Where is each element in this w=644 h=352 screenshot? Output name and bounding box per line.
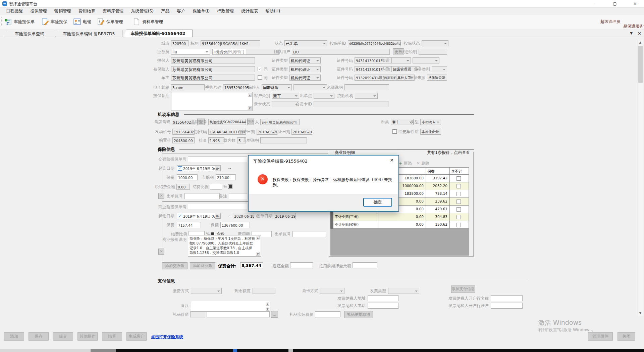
tab-policy-edit-luBB97D5[interactable]: 车险投保单编辑-鲁BB97D5 xyxy=(55,30,122,37)
add-commercial-button[interactable]: 添加商业险 xyxy=(190,262,215,269)
calendar-dropdown-icon[interactable]: ▦▾ xyxy=(215,214,220,219)
pay-method-select[interactable] xyxy=(191,288,222,294)
deductible-checkbox[interactable] xyxy=(457,207,461,212)
biz-type-select[interactable] xyxy=(432,66,447,72)
owner-same-checkbox[interactable] xyxy=(258,75,262,80)
sign-date-field[interactable]: 2019-06-19 xyxy=(274,213,296,219)
compulsory-date-picker[interactable]: 2019年 6月19日 0:00 xyxy=(177,165,221,171)
table-row[interactable]: 不计免赔(盗抢) xyxy=(333,221,378,229)
ok-button[interactable]: 确定 xyxy=(363,198,392,207)
menu-item-help[interactable]: 帮助(H) xyxy=(265,8,280,14)
deductible-checkbox[interactable] xyxy=(457,200,461,204)
commercial-date-end-field[interactable]: 2020-06-18 xyxy=(233,213,254,219)
channel-select-2[interactable] xyxy=(413,57,439,63)
calendar-dropdown-icon[interactable]: ▦▾ xyxy=(215,166,220,171)
add-row-button[interactable]: 新添 xyxy=(404,161,412,166)
scroll-up-icon[interactable]: ▲ xyxy=(266,302,269,306)
submit-button[interactable]: 提交 xyxy=(53,332,73,341)
policy-id-field[interactable]: d6236b0c97754944bcf4832be4d8afa3 xyxy=(348,40,401,46)
subject-field[interactable]: 91556402|LSGAR5AL1KH1 xyxy=(201,40,260,46)
table-row[interactable]: 不计免赔(三者) xyxy=(333,213,378,221)
toolbar-auto-insure[interactable]: 车险投保 xyxy=(41,17,67,26)
scroll-down-icon[interactable]: ▼ xyxy=(256,252,260,256)
scroll-up-icon[interactable]: ▲ xyxy=(248,93,252,97)
insured-cert-type-select[interactable]: 机构代码证 xyxy=(289,66,321,72)
add-compulsory-button[interactable]: 添加交强险 xyxy=(162,262,187,269)
commercial-amount-field[interactable]: 1367600.00 xyxy=(220,222,250,228)
card-method-select[interactable] xyxy=(320,288,344,294)
menu-item-report[interactable]: 统计报表 xyxy=(241,8,258,14)
compulsory-remove-button[interactable]: ✕ xyxy=(158,193,164,199)
commercial-date-picker[interactable]: 2019年 6月19日 0:00 xyxy=(177,213,221,219)
manage-attachment-button[interactable]: 管理附件 xyxy=(588,332,613,341)
tab-list-dropdown-icon[interactable]: ▼ xyxy=(630,31,633,35)
insured-same-checkbox[interactable] xyxy=(258,67,262,71)
settle-button[interactable]: 结算 xyxy=(102,332,122,341)
scrollbar-up-icon[interactable]: ▲ xyxy=(638,40,643,45)
gift-value-field[interactable] xyxy=(190,311,205,317)
team-user-field[interactable]: LIU xyxy=(292,49,390,55)
menu-item-schedule[interactable]: 日程提醒 xyxy=(6,8,23,14)
deductible-checkbox[interactable] xyxy=(457,192,461,196)
deductible-checkbox[interactable] xyxy=(457,223,461,227)
deposit-field[interactable] xyxy=(353,262,377,268)
menu-item-library[interactable]: 资料库管理 xyxy=(103,8,124,14)
toolbar-policy-manage[interactable]: 保单管理 xyxy=(97,17,123,26)
salesman-select[interactable]: liu xyxy=(171,49,210,55)
vehicle-owner-field[interactable]: 苏州瑞炅贸易有限公司 xyxy=(260,119,300,125)
usage-select[interactable]: 非营业企业 xyxy=(420,129,441,135)
commercial-premium-field[interactable]: 7157.44 xyxy=(177,222,201,228)
tax-fee-field[interactable]: 0.00 xyxy=(176,184,190,190)
owner-field[interactable]: 苏州瑞炅贸易有限公司 xyxy=(171,75,255,81)
compulsory-note-field[interactable] xyxy=(229,193,247,199)
menu-item-underwriting[interactable]: 投保管理 xyxy=(30,8,47,14)
invoice-type-select[interactable] xyxy=(388,288,419,294)
menu-item-product[interactable]: 产品 xyxy=(161,8,169,14)
owner-cert-type-select[interactable]: 机构代码证 xyxy=(289,75,321,81)
scrollbar-down-icon[interactable]: ▼ xyxy=(638,310,643,316)
model-note-field[interactable] xyxy=(260,137,307,143)
other-actions-button[interactable]: 其他操作 xyxy=(77,332,98,341)
compulsory-premium-field[interactable]: 1000.00 xyxy=(177,174,198,180)
commercial-policy-no-field[interactable] xyxy=(188,204,247,210)
menu-item-policy[interactable]: 保险单(I) xyxy=(193,8,210,14)
insured-field[interactable]: 苏州瑞炅贸易有限公司 xyxy=(171,66,255,72)
compulsory-date-checkbox[interactable] xyxy=(178,166,182,171)
commercial-account-field[interactable] xyxy=(292,231,326,237)
data-source-select[interactable]: 从保险公司 xyxy=(427,75,447,81)
commercial-remove-button[interactable]: ✕ xyxy=(158,249,164,255)
tab-policy-edit-91556402[interactable]: 车险投保单编辑-91556402 xyxy=(123,30,193,37)
invoice-bank-field[interactable] xyxy=(491,295,523,301)
issue-date-field[interactable]: 2019-06-18 xyxy=(291,129,312,135)
gift-actual-field[interactable] xyxy=(315,311,340,317)
gift-desc-field[interactable] xyxy=(207,311,270,317)
insurer-select[interactable]: 国寿财险 xyxy=(262,84,292,90)
tab-close-icon[interactable]: ✕ xyxy=(638,31,641,36)
member-id-field[interactable] xyxy=(314,101,388,107)
email-field[interactable]: 3.com xyxy=(171,84,205,90)
source-note-field[interactable] xyxy=(344,84,389,90)
scrollbar-thumb[interactable] xyxy=(638,46,643,83)
loan-org-select[interactable] xyxy=(355,93,378,99)
applicant-cert-type-select[interactable]: 机构代码证 xyxy=(289,57,321,63)
generate-customer-button[interactable]: 生成客户 xyxy=(126,332,147,341)
toolbar-data-form-manage[interactable]: 资料单管理 xyxy=(132,17,163,26)
tab-policy-query[interactable]: 车险投保单查询 xyxy=(5,30,54,37)
card-status-select[interactable] xyxy=(272,101,299,107)
phone-field[interactable]: 13953290495 xyxy=(223,84,249,90)
kind-select[interactable]: 客车 xyxy=(391,119,414,125)
menu-item-system[interactable]: 系统管理(S) xyxy=(131,8,154,14)
menu-item-customer[interactable]: 客户 xyxy=(177,8,185,14)
compulsory-policy-no-field[interactable] xyxy=(188,156,247,162)
scroll-down-icon[interactable]: ▼ xyxy=(266,307,269,311)
menu-item-admin[interactable]: 行政管理 xyxy=(217,8,234,14)
quote-count-link[interactable]: 共有1条报价，点击查看 xyxy=(426,150,471,155)
applicant-field[interactable]: 苏州瑞炅贸易有限公司 xyxy=(171,57,255,63)
dialog-close-icon[interactable]: ✕ xyxy=(390,158,394,163)
toolbar-auto-policy-form[interactable]: 车险投保单 xyxy=(4,17,35,26)
customer-type-select[interactable]: 新车 xyxy=(272,93,299,99)
deductible-checkbox[interactable] xyxy=(457,184,461,188)
apply-status-select[interactable] xyxy=(422,40,448,46)
toolbar-telemarketing[interactable]: 电销 xyxy=(73,17,91,26)
menu-item-marketing[interactable]: 营销管理 xyxy=(54,8,71,14)
